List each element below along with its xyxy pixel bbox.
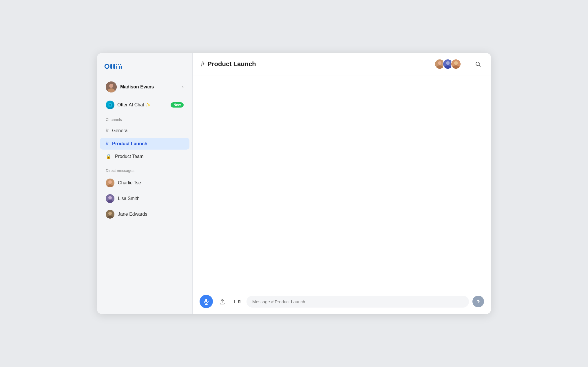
upload-button[interactable]: [216, 296, 228, 307]
sparkle-icon: ✨: [146, 103, 151, 107]
chevron-right-icon: ›: [182, 84, 184, 90]
sidebar-item-product-launch[interactable]: # Product Launch: [100, 138, 189, 150]
member-avatar-3: [451, 59, 461, 69]
otter-logo-mark: [104, 61, 185, 72]
avatar: [106, 81, 117, 92]
svg-point-30: [445, 65, 451, 69]
svg-point-23: [108, 212, 112, 215]
channels-section-label: Channels: [97, 116, 192, 124]
svg-rect-8: [120, 64, 121, 65]
svg-point-32: [454, 61, 458, 65]
lock-icon: 🔒: [106, 154, 112, 159]
svg-line-35: [479, 65, 481, 67]
main-header: # Product Launch: [193, 53, 491, 75]
svg-rect-36: [205, 299, 207, 302]
avatar: [106, 210, 114, 219]
hash-icon: #: [106, 128, 109, 134]
svg-point-1: [105, 65, 108, 68]
channel-name-product-team: Product Team: [115, 154, 143, 159]
otter-ai-icon: [106, 101, 114, 109]
channel-name-product-launch: Product Launch: [112, 141, 147, 146]
member-avatars[interactable]: [434, 59, 461, 69]
svg-point-15: [109, 104, 111, 106]
header-divider: [467, 60, 467, 68]
svg-point-17: [108, 180, 112, 184]
header-hash-icon: #: [201, 60, 204, 68]
sidebar-item-product-team[interactable]: 🔒 Product Team: [100, 151, 189, 162]
new-badge: New: [171, 102, 184, 108]
svg-rect-7: [119, 66, 120, 69]
user-name: Madison Evans: [120, 84, 179, 90]
channel-name-general: General: [112, 128, 129, 133]
svg-point-33: [453, 65, 459, 69]
otter-ai-chat-label: Otter AI Chat ✨: [117, 102, 168, 108]
dm-name-jane: Jane Edwards: [118, 212, 147, 217]
dm-name-charlie: Charlie Tse: [118, 180, 141, 186]
svg-rect-9: [121, 66, 122, 69]
message-input-bar: [193, 290, 491, 314]
svg-rect-2: [110, 64, 112, 69]
otter-ai-chat-item[interactable]: Otter AI Chat ✨ New: [100, 98, 189, 112]
svg-rect-5: [116, 66, 117, 69]
sidebar-item-jane-edwards[interactable]: Jane Edwards: [100, 207, 189, 221]
sidebar-logo: [97, 61, 192, 79]
dm-section-label: Direct messages: [97, 167, 192, 175]
svg-rect-39: [234, 300, 238, 303]
header-actions: [434, 59, 483, 69]
svg-rect-6: [118, 64, 119, 65]
channel-title: # Product Launch: [201, 60, 256, 68]
dm-name-lisa: Lisa Smith: [118, 196, 140, 201]
svg-point-26: [438, 61, 441, 65]
hash-icon: #: [106, 141, 109, 147]
svg-point-20: [108, 196, 112, 199]
main-content: # Product Launch: [193, 53, 491, 314]
svg-point-29: [446, 61, 450, 65]
app-container: Madison Evans › Otter AI Chat ✨ New Chan…: [97, 53, 491, 314]
sidebar-item-charlie-tse[interactable]: Charlie Tse: [100, 176, 189, 190]
video-button[interactable]: [231, 296, 243, 307]
sidebar-user[interactable]: Madison Evans ›: [100, 79, 189, 95]
svg-rect-4: [116, 64, 117, 65]
svg-point-27: [437, 65, 443, 69]
search-button[interactable]: [473, 59, 483, 69]
mic-button[interactable]: [200, 295, 213, 308]
messages-area: [193, 75, 491, 290]
svg-point-11: [109, 84, 113, 88]
svg-rect-3: [113, 64, 115, 69]
avatar: [106, 194, 114, 203]
avatar: [106, 179, 114, 187]
sidebar: Madison Evans › Otter AI Chat ✨ New Chan…: [97, 53, 193, 314]
sidebar-item-general[interactable]: # General: [100, 125, 189, 137]
send-button[interactable]: [472, 296, 484, 307]
sidebar-item-lisa-smith[interactable]: Lisa Smith: [100, 191, 189, 206]
header-channel-name: Product Launch: [207, 60, 256, 68]
message-input[interactable]: [246, 296, 469, 308]
